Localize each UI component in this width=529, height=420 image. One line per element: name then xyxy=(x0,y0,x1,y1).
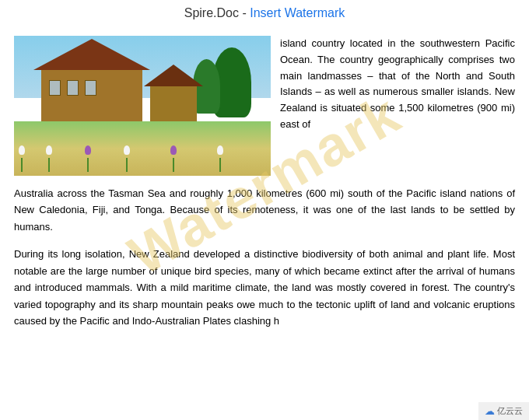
flower-cluster-3 xyxy=(84,144,92,172)
paragraph1-continuation: Australia across the Tasman Sea and roug… xyxy=(14,185,515,235)
flower-dot xyxy=(124,145,130,155)
stem xyxy=(173,158,174,172)
flower-dot xyxy=(170,145,177,155)
title-prefix: Spire.Doc - xyxy=(184,6,250,19)
window-2 xyxy=(67,80,79,96)
paragraph2-text: During its long isolation, New Zealand d… xyxy=(14,246,515,329)
stem xyxy=(21,158,23,172)
article-image xyxy=(14,36,271,176)
flowers xyxy=(14,133,271,176)
content-area: Watermark xyxy=(0,28,529,348)
flower-dot xyxy=(85,145,91,155)
flower-cluster-4 xyxy=(123,144,131,172)
title-link[interactable]: Insert Watermark xyxy=(250,6,345,19)
flower-cluster-1 xyxy=(18,144,26,172)
paragraph1-first-part: island country located in the southweste… xyxy=(280,37,515,130)
window-3 xyxy=(85,80,96,96)
stem xyxy=(219,158,221,172)
stem xyxy=(87,158,89,172)
flower-cluster-6 xyxy=(216,144,224,172)
flower-cluster-5 xyxy=(170,144,177,172)
logo-label: 亿云云 xyxy=(497,405,523,417)
stem xyxy=(48,158,50,172)
top-section: island country located in the southweste… xyxy=(14,36,515,176)
flower-dot xyxy=(19,145,25,155)
scene xyxy=(14,36,271,176)
flower-dot xyxy=(217,145,223,155)
flower-dot xyxy=(46,145,52,155)
title-bar: Spire.Doc - Insert Watermark xyxy=(0,0,529,28)
right-paragraph-text: island country located in the southweste… xyxy=(280,36,515,176)
bottom-bar: ☁ 亿云云 xyxy=(478,402,529,420)
windows xyxy=(49,80,96,96)
window-1 xyxy=(49,80,61,96)
flower-cluster-2 xyxy=(45,144,53,172)
stem xyxy=(126,158,128,172)
logo-icon: ☁ xyxy=(485,405,495,417)
